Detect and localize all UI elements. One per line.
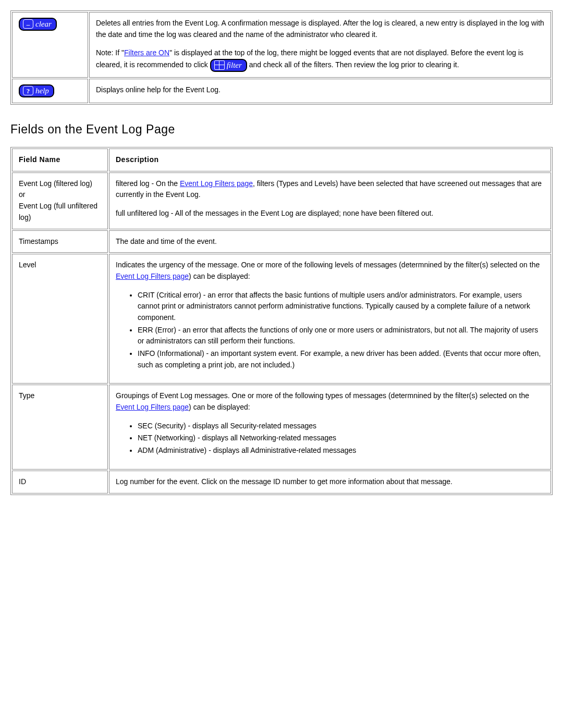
list-item: INFO (Informational) - an important syst… [138, 348, 544, 371]
list-item: ERR (Error) - an error that affects the … [138, 325, 544, 347]
field-description: Groupings of Event Log messages. One or … [109, 385, 551, 469]
minus-icon: – [23, 19, 33, 29]
text: full unfiltered log - All of the message… [116, 208, 544, 219]
list-item: SEC (Security) - displays all Security-r… [138, 421, 544, 432]
table-row: ? help Displays online help for the Even… [12, 79, 551, 103]
col-header-description: Description [109, 149, 551, 171]
filter-button[interactable]: filter [210, 59, 247, 72]
button-label: filter [227, 60, 242, 70]
table-row: – clear Deletes all entries from the Eve… [12, 12, 551, 78]
help-description: Displays online help for the Event Log. [89, 79, 551, 103]
button-label: clear [35, 19, 52, 29]
field-description: Log number for the event. Click on the m… [109, 471, 551, 493]
text: filtered log - On the [116, 179, 180, 188]
table-row: Timestamps The date and time of the even… [12, 230, 551, 253]
bullet-list: SEC (Security) - displays all Security-r… [128, 421, 544, 456]
field-description: The date and time of the event. [109, 230, 551, 253]
table-row: Event Log (filtered log)orEvent Log (ful… [12, 172, 551, 229]
event-log-filters-link[interactable]: Event Log Filters page [116, 272, 189, 280]
text: Indicates the urgency of the message. On… [116, 261, 540, 269]
paragraph: Note: If "Filters are ON" is displayed a… [96, 47, 544, 72]
buttons-table: – clear Deletes all entries from the Eve… [10, 10, 553, 105]
field-name: Event Log (filtered log)orEvent Log (ful… [12, 172, 108, 229]
paragraph: Deletes all entries from the Event Log. … [96, 18, 544, 40]
text: ) can be displayed: [189, 403, 250, 411]
field-name: Level [12, 254, 108, 384]
table-row: ID Log number for the event. Click on th… [12, 471, 551, 493]
clear-description: Deletes all entries from the Event Log. … [89, 12, 551, 78]
table-header-row: Field Name Description [12, 149, 551, 171]
field-description: Indicates the urgency of the message. On… [109, 254, 551, 384]
field-description: filtered log - On the Event Log Filters … [109, 172, 551, 229]
button-label: help [35, 86, 49, 95]
field-name: ID [12, 471, 108, 493]
filters-are-on-link[interactable]: Filters are ON [124, 48, 169, 57]
text: ) can be displayed: [189, 272, 250, 280]
fields-table: Field Name Description Event Log (filter… [10, 147, 553, 495]
help-button[interactable]: ? help [19, 84, 54, 97]
text: Groupings of Event Log messages. One or … [116, 391, 529, 400]
grid-icon [214, 60, 225, 70]
section-heading: Fields on the Event Log Page [10, 122, 553, 137]
table-row: Level Indicates the urgency of the messa… [12, 254, 551, 384]
bullet-list: CRIT (Critical error) - an error that af… [128, 290, 544, 371]
list-item: CRIT (Critical error) - an error that af… [138, 290, 544, 324]
field-name: Type [12, 385, 108, 469]
text: Note: If " [96, 48, 124, 57]
event-log-filters-link[interactable]: Event Log Filters page [180, 179, 253, 188]
clear-button[interactable]: – clear [19, 18, 57, 31]
event-log-filters-link[interactable]: Event Log Filters page [116, 403, 189, 411]
col-header-field-name: Field Name [12, 149, 108, 171]
field-name: Timestamps [12, 230, 108, 253]
question-icon: ? [23, 86, 33, 95]
list-item: ADM (Administrative) - displays all Admi… [138, 445, 544, 456]
list-item: NET (Networking) - displays all Networki… [138, 433, 544, 444]
table-row: Type Groupings of Event Log messages. On… [12, 385, 551, 469]
text: and check all of the filters. Then revie… [249, 60, 459, 69]
